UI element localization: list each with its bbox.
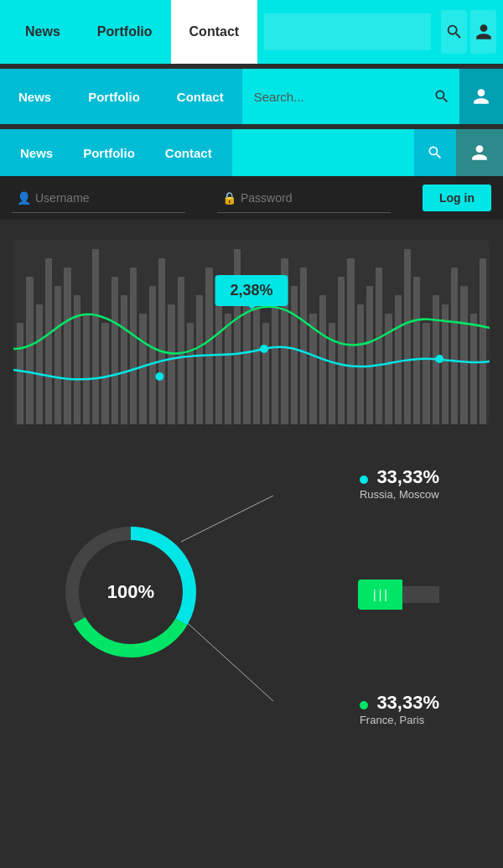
chart-bar [451, 268, 458, 424]
chart-bar [413, 277, 420, 424]
search-icon [433, 88, 450, 105]
chart-bar [225, 314, 231, 424]
nav2-search-input[interactable] [254, 90, 413, 104]
nav1-links: News Portfolio Contact [7, 0, 257, 64]
nav2-search-button[interactable] [425, 78, 459, 115]
chart-bar [272, 304, 278, 424]
password-input[interactable] [217, 183, 391, 213]
chart-bar [26, 277, 33, 424]
login-row: 👤 🔒 Log in [0, 176, 503, 220]
nav3-links: News Portfolio Contact [0, 129, 232, 176]
legend-bottom-loc: France, Paris [360, 714, 439, 726]
chart-bar [64, 268, 70, 424]
nav3-search-button[interactable] [414, 129, 456, 176]
chart-bar [196, 295, 203, 424]
chart-bar [442, 304, 449, 424]
search-icon [427, 144, 443, 161]
nav2-contact[interactable]: Contact [158, 69, 242, 124]
nav1-user-button[interactable] [470, 10, 496, 54]
chart-bar [17, 323, 23, 424]
chart-bar [178, 277, 184, 424]
chart-bar [329, 323, 335, 424]
chart-bar [92, 249, 99, 424]
nav1-portfolio[interactable]: Portfolio [79, 0, 171, 64]
username-input[interactable] [12, 183, 185, 213]
chart-bar [130, 268, 137, 424]
legend-bottom-pct: 33,33% [376, 692, 439, 713]
login-button[interactable]: Log in [423, 185, 491, 211]
legend-top: 33,33% Russia, Moscow [360, 466, 439, 501]
nav2-portfolio[interactable]: Portfolio [70, 69, 158, 124]
chart-bar [433, 295, 439, 424]
chart-bar [423, 323, 429, 424]
chart-bar [121, 295, 127, 424]
chart-bar [83, 314, 90, 424]
chart-bar [168, 304, 174, 424]
username-wrapper: 👤 [12, 183, 209, 213]
chart-bar [480, 258, 486, 424]
pie-section: 100% 33,33% Russia, Moscow 33,33% France… [13, 450, 490, 735]
chart-bar [291, 286, 298, 424]
chart-bar [111, 277, 118, 424]
chart-bar [234, 249, 241, 424]
chart-bar [215, 286, 222, 424]
chart-bar [366, 286, 373, 424]
user-icon [472, 87, 490, 106]
legend-dot-bottom [360, 701, 368, 709]
chart-bar [253, 295, 260, 424]
nav3-portfolio[interactable]: Portfolio [68, 129, 150, 176]
nav2-news[interactable]: News [0, 69, 70, 124]
chart-bar [460, 286, 467, 424]
chart-section: 2,38% [13, 240, 490, 424]
nav1-news[interactable]: News [7, 0, 79, 64]
chart-bar [357, 304, 364, 424]
chart-bar [470, 314, 477, 424]
chart-bar [338, 277, 345, 424]
chart-bar [319, 295, 326, 424]
chart-bar [262, 323, 269, 424]
donut-chart: 100% [55, 517, 206, 668]
user-icon [474, 23, 493, 41]
navbar-1: News Portfolio Contact [0, 0, 503, 64]
chart-bar [139, 314, 146, 424]
legend-dot-top [360, 476, 368, 484]
nav3-contact[interactable]: Contact [150, 129, 227, 176]
chart-bar [36, 304, 43, 424]
chart-bar [385, 314, 392, 424]
chart-bar [300, 268, 307, 424]
nav3-news[interactable]: News [5, 129, 68, 176]
chart-bar [309, 314, 316, 424]
nav2-user-button[interactable] [459, 69, 503, 124]
nav2-search-area [242, 69, 425, 124]
password-wrapper: 🔒 [217, 183, 414, 213]
chart-bar [376, 268, 382, 424]
chart-bar [149, 286, 156, 424]
nav1-search-area [264, 13, 431, 50]
toggle-off-button[interactable] [402, 586, 439, 603]
donut-center-label: 100% [107, 581, 154, 603]
nav1-contact[interactable]: Contact [171, 0, 258, 64]
navbar-3: News Portfolio Contact [0, 129, 503, 176]
chart-bar [158, 258, 165, 424]
user-icon [470, 143, 489, 162]
chart-bar [243, 277, 250, 424]
chart-bar [45, 258, 52, 424]
chart-bar [205, 268, 212, 424]
chart-bar [395, 295, 402, 424]
legend-top-loc: Russia, Moscow [360, 488, 439, 501]
nav2-links: News Portfolio Contact [0, 69, 242, 124]
toggle-on-button[interactable]: ||| [358, 580, 402, 610]
toggle-bar: ||| [358, 580, 439, 610]
nav1-search-button[interactable] [441, 10, 467, 54]
navbar-2: News Portfolio Contact [0, 69, 503, 124]
chart-bar [347, 258, 354, 424]
chart-bar [404, 249, 411, 424]
chart-bars [13, 240, 490, 424]
chart-bar [281, 258, 288, 424]
chart-bar [101, 323, 108, 424]
nav3-user-button[interactable] [456, 129, 503, 176]
chart-bar [74, 295, 80, 424]
search-icon [445, 23, 464, 41]
nav1-search-input[interactable] [274, 25, 421, 39]
legend-bottom: 33,33% France, Paris [360, 692, 439, 726]
